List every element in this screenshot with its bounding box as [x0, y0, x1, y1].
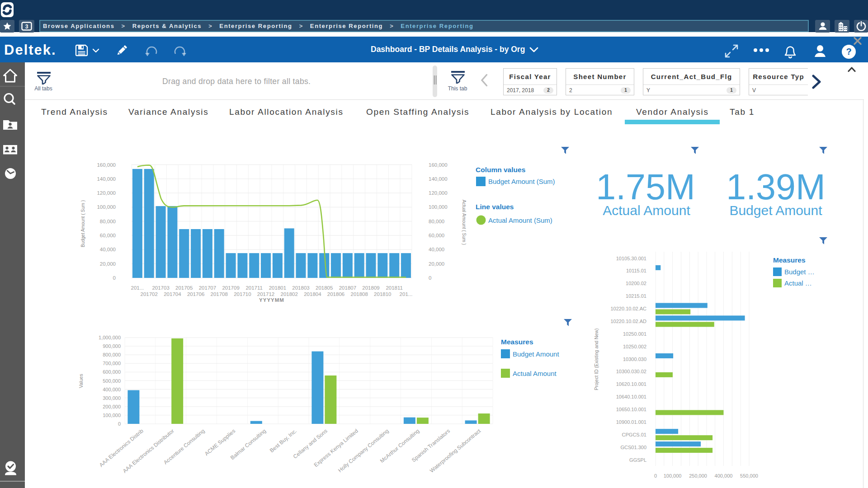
svg-text:10900.01.001: 10900.01.001: [616, 419, 646, 425]
svg-text:201702: 201702: [141, 291, 158, 297]
svg-text:10105.30.001: 10105.30.001: [616, 256, 646, 261]
svg-text:201711: 201711: [245, 285, 263, 291]
svg-text:201706: 201706: [187, 291, 204, 297]
svg-text:Budget …: Budget …: [784, 268, 815, 276]
svg-text:YYYYMM: YYYYMM: [259, 297, 284, 303]
svg-text:10115.01: 10115.01: [626, 268, 646, 273]
svg-text:300,000: 300,000: [103, 395, 121, 401]
svg-text:20,000: 20,000: [429, 261, 444, 267]
svg-text:Line values: Line values: [476, 203, 514, 211]
svg-text:120,000: 120,000: [429, 190, 448, 196]
svg-text:100,000: 100,000: [97, 204, 116, 210]
svg-text:400,000: 400,000: [715, 473, 733, 479]
svg-text:201810: 201810: [374, 291, 391, 297]
svg-text:Measures: Measures: [501, 338, 533, 346]
svg-text:550,000: 550,000: [740, 473, 758, 479]
svg-text:600,000: 600,000: [103, 369, 121, 375]
svg-text:ACME Supplies: ACME Supplies: [203, 428, 236, 457]
svg-text:Actual Amount: Actual Amount: [603, 203, 690, 218]
svg-text:10640.10.001: 10640.10.001: [616, 394, 646, 399]
svg-text:201805: 201805: [316, 285, 333, 291]
svg-text:80,000: 80,000: [429, 219, 444, 224]
svg-text:Values: Values: [78, 374, 84, 388]
svg-text:201707: 201707: [199, 285, 216, 291]
svg-text:Budget Amount (Sum): Budget Amount (Sum): [488, 178, 555, 185]
svg-text:Measures: Measures: [773, 256, 806, 264]
svg-text:201...: 201...: [131, 285, 144, 291]
svg-text:Actual Amount: Actual Amount: [513, 370, 557, 377]
svg-text:100,000: 100,000: [664, 473, 682, 479]
svg-text:40,000: 40,000: [429, 247, 444, 252]
svg-text:200,000: 200,000: [103, 404, 121, 409]
svg-text:Holly Company Consulting: Holly Company Consulting: [337, 428, 390, 474]
svg-text:201708: 201708: [211, 291, 228, 297]
svg-text:0: 0: [113, 275, 116, 281]
svg-text:400,000: 400,000: [103, 387, 121, 392]
svg-text:0: 0: [118, 421, 121, 427]
svg-text:10300.030.02: 10300.030.02: [616, 369, 646, 374]
svg-text:Actual Amount (Sum): Actual Amount (Sum): [488, 216, 552, 224]
svg-text:201804: 201804: [304, 291, 321, 297]
svg-text:120,000: 120,000: [97, 190, 116, 196]
svg-text:Waterproofing Subcontract: Waterproofing Subcontract: [429, 427, 482, 474]
svg-text:Actual …: Actual …: [784, 279, 812, 287]
svg-text:Budget Amount ( Sum ): Budget Amount ( Sum ): [80, 200, 85, 247]
svg-text:Best Buy, Inc.: Best Buy, Inc.: [269, 428, 298, 454]
svg-text:Budget Amount: Budget Amount: [729, 203, 822, 218]
svg-text:10215.01: 10215.01: [626, 293, 646, 299]
svg-text:1.75M: 1.75M: [596, 167, 695, 207]
svg-text:1,000,000: 1,000,000: [99, 335, 121, 340]
svg-text:100,000: 100,000: [103, 413, 121, 418]
svg-text:900,000: 900,000: [103, 343, 121, 349]
svg-text:140,000: 140,000: [429, 176, 448, 182]
svg-text:Actual Amount ( Sum ): Actual Amount ( Sum ): [462, 200, 467, 245]
svg-text:140,000: 140,000: [97, 176, 116, 182]
svg-text:0: 0: [429, 275, 431, 281]
svg-text:201806: 201806: [327, 291, 344, 297]
svg-text:1.39M: 1.39M: [726, 167, 826, 207]
svg-text:20,000: 20,000: [100, 261, 116, 267]
svg-text:Budget Amount: Budget Amount: [513, 350, 559, 358]
svg-text:10620.10.001: 10620.10.001: [616, 381, 646, 387]
svg-text:201801: 201801: [269, 285, 286, 291]
svg-text:10200.02: 10200.02: [626, 281, 646, 286]
svg-text:201705: 201705: [175, 285, 193, 291]
svg-text:500,000: 500,000: [103, 378, 121, 384]
svg-text:201809: 201809: [362, 285, 379, 291]
svg-text:10650.10.001: 10650.10.001: [616, 407, 646, 412]
svg-text:201710: 201710: [234, 291, 251, 297]
svg-text:201703: 201703: [152, 285, 169, 291]
svg-text:201802: 201802: [281, 291, 298, 297]
svg-text:10300.030: 10300.030: [623, 357, 646, 362]
svg-text:800,000: 800,000: [103, 352, 121, 357]
svg-text:60,000: 60,000: [100, 233, 116, 238]
svg-text:AAA Electronics Distributor: AAA Electronics Distributor: [122, 428, 175, 474]
svg-text:Project ID (Existing and New): Project ID (Existing and New): [594, 328, 599, 390]
svg-text:GGSPL: GGSPL: [629, 457, 646, 463]
svg-text:201...: 201...: [400, 291, 413, 297]
svg-text:60,000: 60,000: [429, 233, 444, 238]
svg-text:100,000: 100,000: [429, 204, 448, 210]
svg-text:700,000: 700,000: [103, 361, 121, 366]
svg-text:201808: 201808: [351, 291, 368, 297]
svg-text:201811: 201811: [386, 285, 403, 291]
svg-text:10250.001: 10250.001: [623, 331, 646, 337]
svg-text:201712: 201712: [257, 291, 274, 297]
svg-text:160,000: 160,000: [429, 162, 448, 168]
svg-text:40,000: 40,000: [100, 247, 116, 252]
svg-text:10220.10.02.AD: 10220.10.02.AD: [610, 319, 646, 324]
svg-text:GCS01.300: GCS01.300: [621, 445, 646, 450]
svg-text:10220.10.02.AC: 10220.10.02.AC: [610, 306, 646, 311]
svg-text:CPGCS.01: CPGCS.01: [622, 432, 646, 437]
svg-text:201704: 201704: [164, 291, 181, 297]
svg-text:80,000: 80,000: [100, 219, 116, 224]
svg-text:201709: 201709: [222, 285, 239, 291]
svg-text:0: 0: [654, 473, 657, 479]
svg-text:201803: 201803: [292, 285, 309, 291]
svg-text:250,000: 250,000: [689, 473, 707, 479]
svg-text:10250.002: 10250.002: [623, 344, 646, 349]
svg-text:201807: 201807: [339, 285, 356, 291]
svg-text:Column values: Column values: [476, 166, 525, 174]
svg-text:160,000: 160,000: [97, 162, 116, 168]
